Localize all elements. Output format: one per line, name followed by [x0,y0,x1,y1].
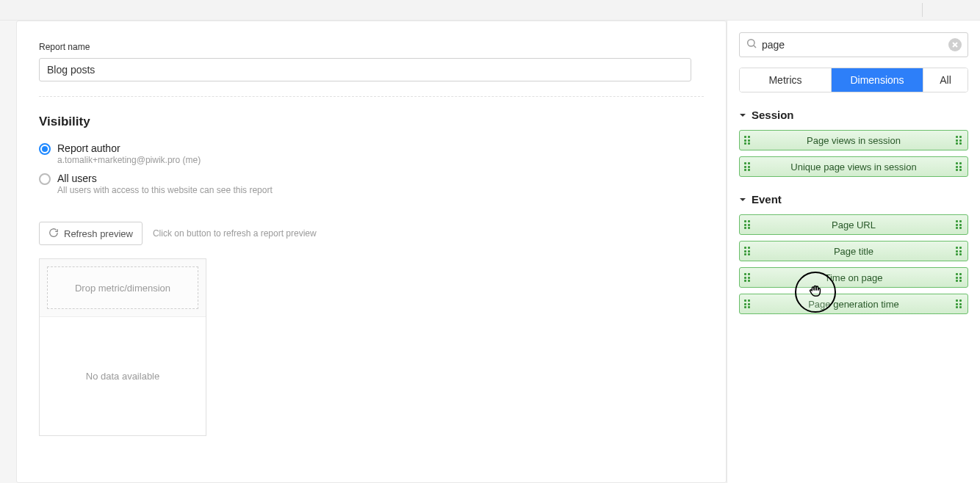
drag-handle-icon [744,136,752,145]
report-name-input[interactable] [39,58,691,81]
visibility-heading: Visibility [39,115,704,129]
refresh-hint-text: Click on button to refresh a report prev… [153,228,317,239]
drag-handle-icon [744,299,752,308]
dimension-page-views-in-session[interactable]: Page views in session [739,130,968,150]
group-header-event[interactable]: Event [739,193,968,206]
drop-placeholder-text: Drop metric/dimension [75,283,170,294]
radio-label: Report author [57,142,201,154]
drag-handle-icon [956,247,963,255]
refresh-preview-button[interactable]: Refresh preview [39,222,143,245]
drag-handle-icon [956,136,963,145]
sidebar-tabs: Metrics Dimensions All [739,68,968,92]
drag-handle-icon [956,220,963,229]
clear-search-button[interactable] [948,38,962,51]
dimension-label: Page generation time [808,299,899,310]
dimension-page-title[interactable]: Page title [739,241,968,261]
visibility-option-all-users[interactable]: All users All users with access to this … [39,172,704,195]
radio-desc: All users with access to this website ca… [57,185,273,195]
sidebar-panel: Metrics Dimensions All Session Page view… [727,21,980,483]
tab-all[interactable]: All [923,68,968,92]
dimension-label: Page URL [832,219,876,230]
dimension-unique-page-views-in-session[interactable]: Unique page views in session [739,156,968,177]
refresh-icon [48,228,64,240]
visibility-option-author[interactable]: Report author a.tomalik+marketing@piwik.… [39,142,704,165]
chevron-down-icon [739,193,752,206]
group-header-session[interactable]: Session [739,109,968,121]
app-root: Report name Visibility Report author a.t… [0,0,980,483]
drag-handle-icon [744,220,752,229]
drag-handle-icon [744,247,752,255]
drag-handle-icon [744,162,752,171]
sidebar-search[interactable] [739,32,968,57]
dimension-label: Page title [834,246,873,257]
report-name-label: Report name [39,42,704,52]
dimension-page-generation-time[interactable]: Page generation time [739,294,968,314]
main-panel: Report name Visibility Report author a.t… [16,21,727,483]
group-event-items: Page URL Page title Time on page Page ge… [739,214,968,314]
drag-handle-icon [956,273,963,282]
refresh-label: Refresh preview [64,228,133,239]
search-icon [746,37,757,52]
tab-dimensions[interactable]: Dimensions [832,68,923,92]
dimension-label: Time on page [824,272,882,283]
dimension-page-url[interactable]: Page URL [739,214,968,235]
radio-icon[interactable] [39,143,51,155]
group-session-items: Page views in session Unique page views … [739,130,968,177]
drag-handle-icon [956,299,963,308]
group-label: Session [752,109,794,121]
dimension-label: Unique page views in session [790,161,916,172]
search-input[interactable] [757,39,948,51]
dimension-label: Page views in session [807,135,901,146]
chevron-down-icon [739,109,752,121]
dimension-time-on-page[interactable]: Time on page [739,267,968,288]
top-toolbar-strip [0,0,980,21]
svg-point-0 [748,40,754,46]
no-data-text: No data available [86,371,159,382]
close-icon [951,38,959,51]
drag-handle-icon [744,273,752,282]
svg-line-1 [754,46,756,48]
drag-handle-icon [956,162,963,171]
preview-container: Drop metric/dimension No data available [39,258,206,436]
radio-desc: a.tomalik+marketing@piwik.pro (me) [57,155,201,165]
preview-drop-zone[interactable]: Drop metric/dimension [47,266,198,309]
preview-no-data: No data available [40,316,206,435]
section-divider [39,96,704,97]
tab-metrics[interactable]: Metrics [740,68,832,92]
group-label: Event [752,193,782,206]
radio-icon[interactable] [39,173,51,185]
radio-label: All users [57,172,273,184]
